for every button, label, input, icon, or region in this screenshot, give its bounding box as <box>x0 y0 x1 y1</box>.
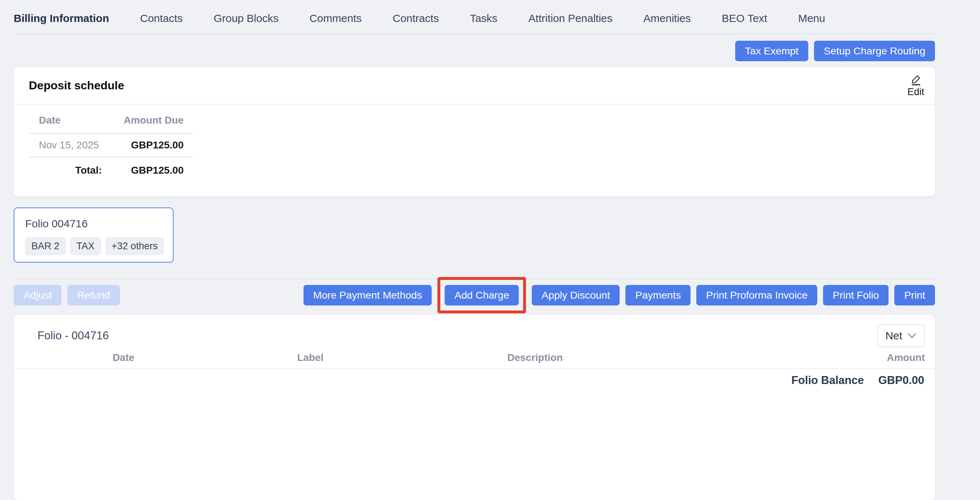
tag-bar-2: BAR 2 <box>25 237 65 255</box>
edit-pencil-icon <box>910 74 922 86</box>
tag-32-others[interactable]: +32 others <box>105 237 164 255</box>
folio-table-header-row: Date Label Description Amount <box>14 347 935 369</box>
deposit-total-amount: GBP125.00 <box>111 157 193 182</box>
edit-button[interactable]: Edit <box>907 74 924 98</box>
tab-beo-text[interactable]: BEO Text <box>722 12 767 24</box>
tag-tax: TAX <box>70 237 101 255</box>
actions-right-group: More Payment Methods Add Charge Apply Di… <box>304 285 935 306</box>
folio-tag-list: BAR 2 TAX +32 others <box>25 237 173 255</box>
setup-charge-routing-button[interactable]: Setup Charge Routing <box>814 41 935 61</box>
net-dropdown[interactable]: Net <box>877 324 925 347</box>
tab-billing-information[interactable]: Billing Information <box>14 12 109 24</box>
tab-amenities[interactable]: Amenities <box>643 12 691 24</box>
adjust-button[interactable]: Adjust <box>14 285 62 306</box>
deposit-amount-value: GBP125.00 <box>111 133 193 157</box>
folio-col-amount: Amount <box>887 347 925 368</box>
deposit-date-value: Nov 15, 2025 <box>30 133 111 157</box>
folio-actions-bar: Adjust Refund More Payment Methods Add C… <box>14 285 935 306</box>
deposit-total-label: Total: <box>30 157 111 182</box>
refund-button[interactable]: Refund <box>67 285 120 306</box>
folio-summary-title: Folio 004716 <box>25 218 173 230</box>
more-payment-methods-button[interactable]: More Payment Methods <box>304 285 432 306</box>
folio-detail-header: Folio - 004716 Net <box>14 315 935 347</box>
red-highlight-annotation: Add Charge <box>438 277 526 314</box>
deposit-schedule-title: Deposit schedule <box>29 79 124 92</box>
folio-col-date: Date <box>82 347 165 368</box>
print-proforma-invoice-button[interactable]: Print Proforma Invoice <box>696 285 817 306</box>
tab-comments[interactable]: Comments <box>309 12 361 24</box>
deposit-total-row: Total: GBP125.00 <box>30 157 193 182</box>
add-charge-button[interactable]: Add Charge <box>445 285 519 306</box>
deposit-col-amount-due: Amount Due <box>111 105 193 133</box>
folio-balance-row: Folio Balance GBP0.00 <box>14 369 935 387</box>
billing-page-content: Billing Information Contacts Group Block… <box>14 0 935 500</box>
tab-attrition-penalties[interactable]: Attrition Penalties <box>528 12 612 24</box>
tax-exempt-button[interactable]: Tax Exempt <box>735 41 808 61</box>
folio-balance-amount: GBP0.00 <box>878 374 924 387</box>
edit-label: Edit <box>907 87 924 98</box>
print-button[interactable]: Print <box>894 285 935 306</box>
deposit-schedule-table: Date Amount Due Nov 15, 2025 GBP125.00 T… <box>30 105 193 182</box>
folio-balance-label: Folio Balance <box>791 374 864 387</box>
tab-group-blocks[interactable]: Group Blocks <box>213 12 278 24</box>
deposit-schedule-card: Deposit schedule Edit Date Amount Due No… <box>14 67 935 196</box>
tab-tasks[interactable]: Tasks <box>470 12 498 24</box>
folio-col-label: Label <box>269 347 352 368</box>
folio-col-description: Description <box>486 347 584 368</box>
tab-menu[interactable]: Menu <box>798 12 825 24</box>
tab-bar: Billing Information Contacts Group Block… <box>14 0 935 35</box>
tab-contacts[interactable]: Contacts <box>140 12 183 24</box>
payments-button[interactable]: Payments <box>625 285 690 306</box>
folio-summary-card[interactable]: Folio 004716 BAR 2 TAX +32 others <box>14 207 173 263</box>
folio-detail-card: Folio - 004716 Net Date Label Descriptio… <box>14 315 935 500</box>
chevron-down-icon <box>907 333 916 339</box>
table-row: Nov 15, 2025 GBP125.00 <box>30 133 193 157</box>
apply-discount-button[interactable]: Apply Discount <box>532 285 620 306</box>
deposit-schedule-header: Deposit schedule Edit <box>14 67 935 105</box>
net-dropdown-value: Net <box>885 330 902 342</box>
deposit-table-header-row: Date Amount Due <box>30 105 193 133</box>
deposit-col-date: Date <box>30 105 111 133</box>
print-folio-button[interactable]: Print Folio <box>823 285 889 306</box>
tab-contracts[interactable]: Contracts <box>393 12 439 24</box>
actions-left-group: Adjust Refund <box>14 285 120 306</box>
header-action-buttons: Tax Exempt Setup Charge Routing <box>14 41 935 61</box>
folio-detail-title: Folio - 004716 <box>24 329 109 342</box>
